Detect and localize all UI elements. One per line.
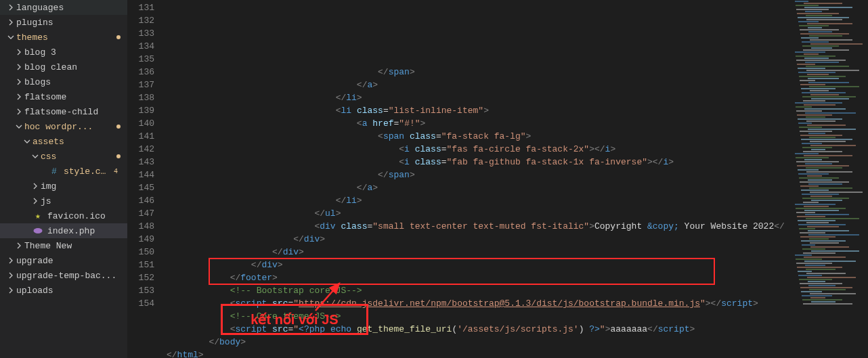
tree-item-hoc-wordpr-[interactable]: hoc wordpr... xyxy=(0,119,127,134)
code-line[interactable]: <!-- Core theme JS--> xyxy=(167,310,794,323)
tree-label: uploads xyxy=(16,286,53,296)
code-line[interactable]: </a> xyxy=(167,181,794,194)
code-line[interactable]: <script src="https://cdn.jsdelivr.net/np… xyxy=(167,297,794,310)
tree-item-uploads[interactable]: uploads xyxy=(0,283,127,298)
tree-item-upgrade[interactable]: upgrade xyxy=(0,253,127,268)
code-line[interactable]: </li> xyxy=(167,194,794,207)
code-line[interactable]: <i class="fab fa-github fa-stack-1x fa-i… xyxy=(167,156,794,169)
code-line[interactable]: </body> xyxy=(167,336,794,349)
tree-label: hoc wordpr... xyxy=(24,122,93,132)
code-line[interactable]: </li> xyxy=(167,91,794,104)
line-number: 145 xyxy=(127,181,154,194)
code-line[interactable]: <i class="fas fa-circle fa-stack-2x"></i… xyxy=(167,143,794,156)
line-number: 139 xyxy=(127,104,154,117)
code-line[interactable]: <a href="#!"> xyxy=(167,117,794,130)
code-content[interactable]: kết nối với JS </span> </a> </li> <li cl… xyxy=(167,0,794,358)
chevron-down-icon[interactable] xyxy=(22,136,32,147)
line-number: 142 xyxy=(127,143,154,156)
tree-item-style-css[interactable]: #style.css4 xyxy=(0,164,127,179)
tree-label: css xyxy=(41,152,56,162)
chevron-right-icon[interactable] xyxy=(5,285,16,296)
chevron-right-icon[interactable] xyxy=(14,47,24,58)
modified-dot-icon xyxy=(116,154,121,158)
code-line[interactable]: </html> xyxy=(167,349,794,358)
code-line[interactable]: </ul> xyxy=(167,207,794,220)
tree-item-plugins[interactable]: plugins xyxy=(0,15,127,30)
line-number: 141 xyxy=(127,130,154,143)
tree-item-flatsome[interactable]: flatsome xyxy=(0,89,127,104)
chevron-right-icon[interactable] xyxy=(30,181,41,192)
code-line[interactable]: </a> xyxy=(167,79,794,91)
line-number: 147 xyxy=(127,207,154,220)
line-number: 136 xyxy=(127,66,154,79)
tree-item-js[interactable]: js xyxy=(0,194,127,208)
tree-item-theme-new[interactable]: Theme New xyxy=(0,238,127,253)
spacer xyxy=(22,225,32,236)
line-number: 144 xyxy=(127,169,154,181)
line-number: 134 xyxy=(127,40,154,53)
tree-item-languages[interactable]: languages xyxy=(0,0,127,15)
tree-item-upgrade-temp-bac-[interactable]: upgrade-temp-bac... xyxy=(0,268,127,283)
chevron-down-icon[interactable] xyxy=(5,32,16,43)
line-number: 135 xyxy=(127,53,154,66)
code-line[interactable]: </div> xyxy=(167,259,794,271)
tree-label: blogs xyxy=(24,77,51,87)
tree-label: upgrade xyxy=(16,256,53,266)
minimap[interactable] xyxy=(794,0,868,358)
chevron-right-icon[interactable] xyxy=(14,106,24,117)
code-line[interactable]: </span> xyxy=(167,66,794,79)
modified-dot-icon xyxy=(116,125,121,129)
tree-label: assets xyxy=(32,137,64,147)
code-line[interactable]: </div> xyxy=(167,233,794,246)
code-line[interactable]: </div> xyxy=(167,246,794,259)
file-explorer[interactable]: languagespluginsthemesblog 3blog cleanbl… xyxy=(0,0,127,358)
chevron-right-icon[interactable] xyxy=(14,240,24,251)
chevron-right-icon[interactable] xyxy=(14,91,24,102)
code-line[interactable]: </footer> xyxy=(167,271,794,284)
badge: 4 xyxy=(111,166,121,176)
tree-label: themes xyxy=(16,32,48,43)
chevron-right-icon[interactable] xyxy=(14,76,24,87)
code-line[interactable]: <li class="list-inline-item"> xyxy=(167,104,794,117)
chevron-right-icon[interactable] xyxy=(30,196,41,206)
tree-item-img[interactable]: img xyxy=(0,179,127,194)
tree-item-favicon-ico[interactable]: ★favicon.ico xyxy=(0,208,127,223)
tree-item-themes[interactable]: themes xyxy=(0,30,127,45)
tree-label: img xyxy=(41,181,56,192)
chevron-down-icon[interactable] xyxy=(14,121,24,132)
php-file-icon xyxy=(32,225,43,236)
tree-item-blogs[interactable]: blogs xyxy=(0,74,127,89)
line-number: 132 xyxy=(127,14,154,27)
line-number: 153 xyxy=(127,284,154,297)
chevron-right-icon[interactable] xyxy=(5,255,16,266)
line-number: 133 xyxy=(127,27,154,40)
favicon-icon: ★ xyxy=(32,210,43,221)
tree-item-blog-3[interactable]: blog 3 xyxy=(0,45,127,60)
code-line[interactable]: <div class="small text-center text-muted… xyxy=(167,220,794,233)
line-number: 138 xyxy=(127,91,154,104)
chevron-right-icon[interactable] xyxy=(5,2,16,13)
code-line[interactable]: </span> xyxy=(167,169,794,181)
code-line[interactable]: <span class="fa-stack fa-lg"> xyxy=(167,130,794,143)
code-line[interactable]: <script src="<?php echo get_theme_file_u… xyxy=(167,323,794,336)
tree-item-flatsome-child[interactable]: flatsome-child xyxy=(0,104,127,119)
code-line[interactable]: <!-- Bootstrap core JS--> xyxy=(167,284,794,297)
tree-label: blog 3 xyxy=(24,47,56,58)
line-number: 131 xyxy=(127,1,154,14)
tree-item-index-php[interactable]: index.php xyxy=(0,223,127,238)
tree-item-assets[interactable]: assets xyxy=(0,134,127,149)
line-number: 150 xyxy=(127,246,154,259)
chevron-down-icon[interactable] xyxy=(30,151,41,162)
tree-label: flatsome-child xyxy=(24,107,98,117)
code-editor[interactable]: 1311321331341351361371381391401411421431… xyxy=(127,0,868,358)
chevron-right-icon[interactable] xyxy=(5,17,16,28)
spacer xyxy=(30,166,41,177)
chevron-right-icon[interactable] xyxy=(14,62,24,72)
tree-item-blog-clean[interactable]: blog clean xyxy=(0,60,127,74)
tree-label: index.php xyxy=(47,226,95,236)
chevron-right-icon[interactable] xyxy=(5,270,16,281)
svg-point-0 xyxy=(34,228,43,233)
tree-item-css[interactable]: css xyxy=(0,149,127,164)
tree-label: style.css xyxy=(64,166,111,177)
line-gutter: 1311321331341351361371381391401411421431… xyxy=(127,0,167,358)
